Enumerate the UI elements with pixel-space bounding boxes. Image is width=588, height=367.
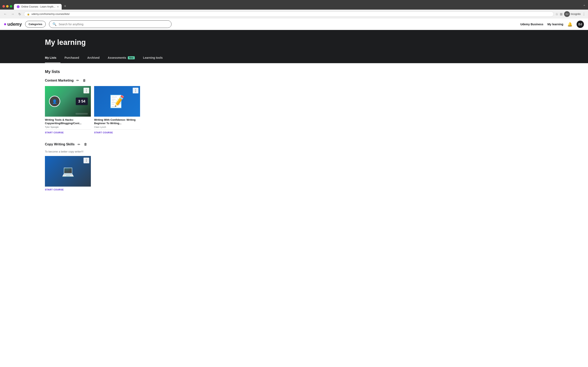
list-section-content-marketing: Content Marketing✏🗑 👤 3 54 ⋮Writing Tool… [45,78,543,134]
tab-purchased[interactable]: Purchased [61,53,83,63]
list-header-content-marketing: Content Marketing✏🗑 [45,78,543,83]
traffic-light-green[interactable] [10,5,12,8]
address-bar[interactable]: 🔒 udemy.com/home/my-courses/lists/ [24,11,554,17]
list-header-copy-writing-skills: Copy Writing Skills✏🗑 [45,142,543,147]
course-action-button-course-2[interactable]: START COURSE [94,129,140,134]
my-learning-link[interactable]: My learning [547,23,563,26]
tab-label-purchased: Purchased [65,56,79,59]
course-card-course-1[interactable]: 👤 3 54 ⋮Writing Tools & Hacks: Copywriti… [45,86,91,134]
bell-icon[interactable]: 🔔 [567,22,572,27]
tabs-bar: My ListsPurchasedArchivedAssessmentsNewL… [0,53,588,63]
forward-button[interactable]: → [10,12,16,16]
url-text: udemy.com/home/my-courses/lists/ [31,13,70,16]
course-card-course-2[interactable]: 📝 ⋮Writing With Confidence: Writing Begi… [94,86,140,134]
udemy-logo[interactable]: udemy [4,22,22,27]
incognito-badge: DJ Incognito [564,11,581,17]
nav-right: Udemy Business My learning 🔔 DJ [520,21,584,28]
browser-tab-active[interactable]: Online Courses - Learn Anyth... × [14,4,62,9]
incognito-avatar[interactable]: DJ [564,11,570,17]
tab-title: Online Courses - Learn Anyth... [21,5,55,8]
course-author-course-1: Tyler Speegle [45,126,91,128]
lock-icon: 🔒 [27,13,30,16]
list-edit-button-copy-writing-skills[interactable]: ✏ [77,142,81,147]
tab-badge-assessments: New [128,56,135,59]
course-action-button-course-1[interactable]: START COURSE [45,129,91,134]
browser-menu-button[interactable]: ⋮ [582,12,586,16]
section-title: My lists [45,69,543,74]
list-name-content-marketing: Content Marketing [45,79,73,82]
browser-menu-icon[interactable]: ⌃ [583,4,586,8]
tab-my-lists[interactable]: My Lists [45,53,61,63]
logo-text: udemy [7,22,22,27]
tab-favicon [17,5,20,8]
courses-grid-content-marketing: 👤 3 54 ⋮Writing Tools & Hacks: Copywriti… [45,86,543,134]
search-bar[interactable]: 🔍 [49,20,172,28]
course-thumb-course-3: 💻 ⋮ [45,156,91,187]
tab-label-my-lists: My Lists [45,56,56,59]
tab-label-learning-tools: Learning tools [143,56,163,59]
traffic-light-yellow[interactable] [6,5,9,8]
udemy-navbar: udemy Categories 🔍 Udemy Business My lea… [0,18,588,30]
back-button[interactable]: ← [2,12,8,16]
tab-archived[interactable]: Archived [83,53,104,63]
logo-dot [4,23,6,25]
search-input[interactable] [59,23,168,26]
udemy-business-link[interactable]: Udemy Business [520,23,543,26]
tab-label-archived: Archived [87,56,100,59]
incognito-initials: DJ [566,13,568,15]
bookmark-button[interactable]: ☆ [555,12,558,16]
traffic-light-red[interactable] [2,5,5,8]
list-section-copy-writing-skills: Copy Writing Skills✏🗑To become a better … [45,142,543,191]
refresh-button[interactable]: ↻ [17,12,22,17]
tab-learning-tools[interactable]: Learning tools [139,53,167,63]
list-edit-button-content-marketing[interactable]: ✏ [76,78,80,83]
course-author-course-2: Clare Lynch [94,126,140,128]
tab-assessments[interactable]: AssessmentsNew [104,53,139,63]
course-thumb-course-1: 👤 3 54 ⋮ [45,86,91,117]
course-title-course-1: Writing Tools & Hacks: Copywriting/Blogg… [45,118,91,125]
hero-title: My learning [45,38,543,47]
hero-section: My learning [0,30,588,53]
courses-grid-copy-writing-skills: 💻 ⋮START COURSE [45,156,543,191]
categories-button[interactable]: Categories [25,21,46,27]
search-icon: 🔍 [52,22,57,26]
course-menu-button-course-3[interactable]: ⋮ [84,158,89,163]
main-content: My lists Content Marketing✏🗑 👤 3 54 ⋮Wri… [0,63,588,205]
course-thumb-course-2: 📝 ⋮ [94,86,140,117]
list-description-copy-writing-skills: To become a better copy writer!!! [45,150,543,153]
list-name-copy-writing-skills: Copy Writing Skills [45,142,75,146]
incognito-label: Incognito [571,13,581,16]
course-menu-button-course-2[interactable]: ⋮ [133,88,138,93]
avatar-initials: DJ [579,23,582,26]
list-delete-button-copy-writing-skills[interactable]: 🗑 [83,142,88,147]
tab-close-button[interactable]: × [57,5,59,8]
tab-label-assessments: Assessments [108,56,126,59]
sidebar-button[interactable]: ⊞ [560,12,562,16]
course-card-course-3[interactable]: 💻 ⋮START COURSE [45,156,91,191]
list-delete-button-content-marketing[interactable]: 🗑 [82,78,87,83]
new-tab-button[interactable]: + [62,3,68,9]
course-action-button-course-3[interactable]: START COURSE [45,187,91,191]
course-title-course-2: Writing With Confidence: Writing Beginne… [94,118,140,125]
avatar[interactable]: DJ [577,21,584,28]
course-menu-button-course-1[interactable]: ⋮ [84,88,89,93]
